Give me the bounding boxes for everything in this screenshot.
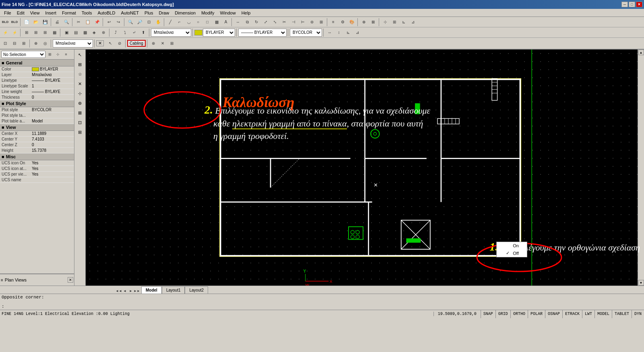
context-menu-off[interactable]: ✓ Off	[497, 249, 527, 257]
lt-tool7[interactable]: ⊡	[76, 118, 85, 127]
hatch-btn[interactable]: ▦	[212, 18, 221, 27]
menu-view[interactable]: View	[28, 10, 42, 16]
command-line-2[interactable]: :	[2, 304, 642, 309]
prop-ucson-value[interactable]: Yes	[32, 161, 72, 165]
snap-btn[interactable]: ⊹	[381, 18, 390, 27]
tool1-btn[interactable]: ▣	[62, 28, 71, 37]
open-btn[interactable]: 📂	[31, 18, 40, 27]
misc-section[interactable]: ■ Misc	[0, 153, 74, 160]
tool3-btn[interactable]: ▩	[80, 28, 89, 37]
grid-btn[interactable]: ⊞	[390, 18, 399, 27]
preview-btn[interactable]: 🔍	[62, 18, 71, 27]
menu-modify[interactable]: Modify	[199, 10, 217, 16]
qsnap-btn[interactable]: ⊿	[409, 18, 417, 27]
grid4-btn[interactable]: ⊞	[41, 28, 50, 37]
pan-btn[interactable]: ✋	[154, 18, 163, 27]
tab-layout1[interactable]: Layout1	[162, 286, 185, 294]
tab-first-btn[interactable]: ◄◄	[116, 288, 122, 294]
lt-tool6[interactable]: ⊠	[76, 108, 85, 117]
tab-model[interactable]: Model	[141, 286, 162, 294]
insert-btn[interactable]: ⊕	[359, 18, 368, 27]
stretch-btn[interactable]: ⤡	[270, 18, 279, 27]
prop-lw-value[interactable]: ——— BYLAYE	[32, 89, 72, 94]
arc-btn[interactable]: ◡	[184, 18, 193, 27]
prop-ucsv-value[interactable]: Yes	[32, 172, 72, 176]
status-osnap[interactable]: OSNAP	[545, 310, 562, 318]
prop-height-value[interactable]: 15.7378	[32, 148, 72, 153]
status-lwt[interactable]: LWT	[582, 310, 594, 318]
polyline-btn[interactable]: ⌐	[175, 18, 184, 27]
status-grid[interactable]: GRID	[495, 310, 510, 318]
special-btn2[interactable]: ⊟	[10, 39, 19, 48]
prop-color-value[interactable]: BYLAYER	[40, 67, 72, 71]
view-section[interactable]: ■ View	[0, 124, 74, 131]
array-btn[interactable]: ⊞	[317, 18, 326, 27]
undo-btn[interactable]: ↩	[105, 18, 114, 27]
drawing-area[interactable]: ✕ Y W X Καλωδίωση 2. Επιλέγουμε το εικον…	[86, 50, 644, 286]
menu-draw[interactable]: Draw	[156, 10, 171, 16]
dim2-btn[interactable]: ↕	[334, 28, 343, 37]
tab-prev-btn[interactable]: ◄	[122, 288, 128, 294]
menu-tools[interactable]: Tools	[79, 10, 95, 16]
grid2-btn[interactable]: ⊞	[22, 28, 31, 37]
tool6-btn[interactable]: ⤴	[111, 28, 120, 37]
prop-ltscale-value[interactable]: 1	[32, 84, 72, 88]
prop-linetype-value[interactable]: ——— BYLAYE	[32, 78, 72, 83]
color-dropdown[interactable]: BYLAYER	[203, 29, 235, 37]
lt-tool4[interactable]: ⊹	[76, 89, 85, 98]
extra1-btn[interactable]: ⊛	[149, 39, 158, 48]
status-model[interactable]: MODEL	[594, 310, 612, 318]
zoom-prev-btn[interactable]: 🔎	[135, 18, 144, 27]
menu-window[interactable]: Window	[218, 10, 238, 16]
rotate-btn[interactable]: ↻	[252, 18, 261, 27]
select-all-btn[interactable]: ⊞	[46, 51, 54, 58]
scroll-track[interactable]	[638, 55, 644, 280]
copy2-btn[interactable]: ⧉	[243, 18, 252, 27]
status-dyn[interactable]: DYN	[632, 310, 644, 318]
menu-autonet[interactable]: AutoNET	[118, 10, 141, 16]
cabling-button[interactable]: Cabling	[127, 40, 146, 47]
rubber-band-btn[interactable]: ⊘	[115, 39, 124, 48]
prop-thickness-value[interactable]: 0	[32, 95, 72, 99]
scroll-up-btn[interactable]: ▲	[638, 50, 644, 55]
copy-btn[interactable]: 📋	[83, 18, 92, 27]
offset-btn[interactable]: ⊢	[298, 18, 307, 27]
tab-layout2[interactable]: Layout2	[185, 286, 208, 294]
prop-ps-value[interactable]: BYCOLOR	[32, 108, 72, 112]
tab-next-btn[interactable]: ►	[128, 288, 134, 294]
lt-tool3[interactable]: ✕	[76, 79, 85, 88]
layer2-dropdown[interactable]: Μπαλκόνια	[53, 39, 93, 48]
grid3-btn[interactable]: ⊞	[31, 28, 40, 37]
context-menu-on[interactable]: On	[497, 242, 527, 249]
toolbar-close-btn[interactable]: ✕	[96, 40, 104, 46]
status-snap[interactable]: SNAP	[481, 310, 495, 318]
color-box[interactable]	[32, 67, 39, 71]
extra2-btn[interactable]: ✕	[158, 39, 167, 48]
cut-btn[interactable]: ✂	[74, 18, 83, 27]
scale-btn[interactable]: ⤢	[261, 18, 270, 27]
bld-btn[interactable]: BLD	[1, 18, 10, 27]
prop-cy-value[interactable]: 7.4103	[32, 137, 72, 141]
selection-dropdown[interactable]: No Selection	[1, 51, 45, 58]
tab-last-btn[interactable]: ►►	[134, 288, 140, 294]
mirror-btn[interactable]: ⊜	[308, 18, 316, 27]
zoom-all-btn[interactable]: ⊡	[144, 18, 153, 27]
quick-select-btn[interactable]: ⊹	[54, 51, 62, 58]
special-btn1[interactable]: ⊡	[1, 39, 10, 48]
elec-btn1[interactable]: ⚡	[1, 28, 10, 37]
extra3-btn[interactable]: ⊞	[167, 39, 176, 48]
extend-btn[interactable]: ⊣	[289, 18, 298, 27]
redo-btn[interactable]: ↪	[114, 18, 123, 27]
color-swatch[interactable]	[194, 30, 202, 35]
layer-btn[interactable]: ≡	[329, 18, 338, 27]
prop-cz-value[interactable]: 0	[32, 143, 72, 147]
save-btn[interactable]: 💾	[41, 18, 50, 27]
dim3-btn[interactable]: ⊾	[344, 28, 353, 37]
layer-dropdown[interactable]: Μπαλκόνια	[151, 29, 191, 37]
tool5-btn[interactable]: ⊛	[99, 28, 108, 37]
text-btn[interactable]: A	[221, 18, 230, 27]
status-tablet[interactable]: TABLET	[612, 310, 632, 318]
matchprop-btn[interactable]: 🎨	[347, 18, 356, 27]
line-btn[interactable]: ╱	[166, 18, 175, 27]
paste-btn[interactable]: 📌	[93, 18, 101, 27]
